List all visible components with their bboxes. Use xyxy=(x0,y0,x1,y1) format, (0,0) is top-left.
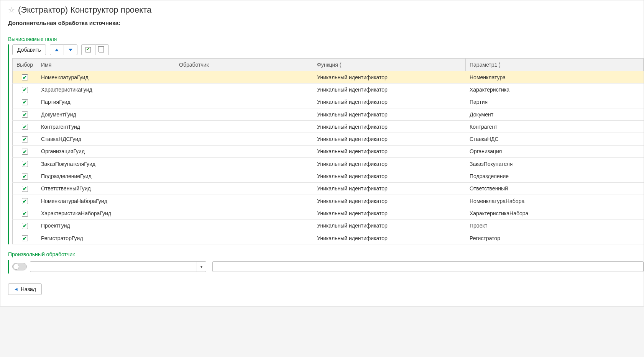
cell-handler[interactable] xyxy=(175,158,313,170)
check-all-button[interactable] xyxy=(81,44,95,55)
cell-name[interactable]: НоменклатураГуид xyxy=(37,71,175,84)
cell-select[interactable] xyxy=(13,219,37,232)
row-checkbox[interactable] xyxy=(22,235,28,241)
table-row[interactable]: СтавкаНДСГуидУникальный идентификаторСта… xyxy=(13,133,644,145)
row-checkbox[interactable] xyxy=(22,149,28,155)
cell-func[interactable]: Уникальный идентификатор xyxy=(313,232,466,244)
cell-param1[interactable]: ХарактеристикаНабора xyxy=(466,207,644,219)
cell-handler[interactable] xyxy=(175,71,313,84)
row-checkbox[interactable] xyxy=(22,74,28,80)
table-row[interactable]: РегистраторГуидУникальный идентификаторР… xyxy=(13,232,644,244)
table-row[interactable]: ПодразделениеГуидУникальный идентификато… xyxy=(13,170,644,182)
cell-func[interactable]: Уникальный идентификатор xyxy=(313,96,466,108)
col-select-header[interactable]: Выбор xyxy=(13,59,37,71)
handler-dropdown-input[interactable] xyxy=(30,262,197,272)
cell-func[interactable]: Уникальный идентификатор xyxy=(313,145,466,157)
col-name-header[interactable]: Имя xyxy=(37,59,175,71)
cell-param1[interactable]: Организация xyxy=(466,145,644,157)
cell-param1[interactable]: НоменклатураНабора xyxy=(466,195,644,207)
cell-param1[interactable]: ЗаказПокупателя xyxy=(466,158,644,170)
cell-func[interactable]: Уникальный идентификатор xyxy=(313,207,466,219)
col-func-header[interactable]: Функция ( xyxy=(313,59,466,71)
cell-name[interactable]: НоменклатураНабораГуид xyxy=(37,195,175,207)
handler-dropdown[interactable]: ▾ xyxy=(30,261,206,272)
cell-name[interactable]: ОрганизацияГуид xyxy=(37,145,175,157)
add-button[interactable]: Добавить xyxy=(12,44,46,55)
cell-select[interactable] xyxy=(13,170,37,182)
cell-name[interactable]: ОтветственныйГуид xyxy=(37,182,175,195)
row-checkbox[interactable] xyxy=(22,161,28,167)
row-checkbox[interactable] xyxy=(22,99,28,105)
col-handler-header[interactable]: Обработчик xyxy=(175,59,313,71)
cell-param1[interactable]: Партия xyxy=(466,96,644,108)
cell-handler[interactable] xyxy=(175,84,313,96)
table-row[interactable]: ПартияГуидУникальный идентификаторПартия xyxy=(13,96,644,108)
uncheck-all-button[interactable] xyxy=(95,44,109,55)
table-row[interactable]: ДокументГуидУникальный идентификаторДоку… xyxy=(13,108,644,120)
col-param1-header[interactable]: Параметр1 ) xyxy=(466,59,644,71)
cell-handler[interactable] xyxy=(175,133,313,145)
cell-name[interactable]: СтавкаНДСГуид xyxy=(37,133,175,145)
cell-handler[interactable] xyxy=(175,195,313,207)
favorite-star-icon[interactable]: ☆ xyxy=(8,6,15,14)
cell-param1[interactable]: Ответственный xyxy=(466,182,644,195)
table-row[interactable]: ПроектГуидУникальный идентификаторПроект xyxy=(13,219,644,232)
cell-select[interactable] xyxy=(13,195,37,207)
cell-func[interactable]: Уникальный идентификатор xyxy=(313,121,466,133)
row-checkbox[interactable] xyxy=(22,87,28,93)
cell-param1[interactable]: Характеристика xyxy=(466,84,644,96)
cell-handler[interactable] xyxy=(175,108,313,120)
cell-func[interactable]: Уникальный идентификатор xyxy=(313,219,466,232)
chevron-down-icon[interactable]: ▾ xyxy=(197,262,206,272)
cell-select[interactable] xyxy=(13,182,37,195)
cell-handler[interactable] xyxy=(175,219,313,232)
cell-func[interactable]: Уникальный идентификатор xyxy=(313,84,466,96)
table-row[interactable]: КонтрагентГуидУникальный идентификаторКо… xyxy=(13,121,644,133)
cell-select[interactable] xyxy=(13,232,37,244)
back-button[interactable]: ◄ Назад xyxy=(8,283,42,295)
cell-name[interactable]: ПодразделениеГуид xyxy=(37,170,175,182)
table-row[interactable]: ХарактеристикаНабораГуидУникальный идент… xyxy=(13,207,644,219)
table-row[interactable]: ОрганизацияГуидУникальный идентификаторО… xyxy=(13,145,644,157)
row-checkbox[interactable] xyxy=(22,198,28,204)
table-row[interactable]: ЗаказПокупателяГуидУникальный идентифика… xyxy=(13,158,644,170)
cell-param1[interactable]: Проект xyxy=(466,219,644,232)
cell-handler[interactable] xyxy=(175,170,313,182)
handler-toggle[interactable] xyxy=(12,263,27,270)
cell-handler[interactable] xyxy=(175,145,313,157)
cell-func[interactable]: Уникальный идентификатор xyxy=(313,108,466,120)
cell-handler[interactable] xyxy=(175,121,313,133)
cell-name[interactable]: ПроектГуид xyxy=(37,219,175,232)
cell-name[interactable]: ДокументГуид xyxy=(37,108,175,120)
cell-name[interactable]: ХарактеристикаГуид xyxy=(37,84,175,96)
cell-handler[interactable] xyxy=(175,207,313,219)
cell-func[interactable]: Уникальный идентификатор xyxy=(313,182,466,195)
row-checkbox[interactable] xyxy=(22,111,28,118)
cell-name[interactable]: ЗаказПокупателяГуид xyxy=(37,158,175,170)
table-row[interactable]: ХарактеристикаГуидУникальный идентификат… xyxy=(13,84,644,96)
cell-handler[interactable] xyxy=(175,96,313,108)
cell-handler[interactable] xyxy=(175,232,313,244)
cell-func[interactable]: Уникальный идентификатор xyxy=(313,195,466,207)
row-checkbox[interactable] xyxy=(22,223,28,229)
row-checkbox[interactable] xyxy=(22,124,28,130)
cell-select[interactable] xyxy=(13,96,37,108)
fields-table[interactable]: Выбор Имя Обработчик Функция ( Параметр1… xyxy=(12,58,644,244)
cell-select[interactable] xyxy=(13,84,37,96)
cell-name[interactable]: ПартияГуид xyxy=(37,96,175,108)
cell-select[interactable] xyxy=(13,145,37,157)
cell-param1[interactable]: Регистратор xyxy=(466,232,644,244)
cell-handler[interactable] xyxy=(175,182,313,195)
row-checkbox[interactable] xyxy=(22,174,28,180)
move-up-button[interactable] xyxy=(50,44,64,55)
cell-select[interactable] xyxy=(13,71,37,84)
row-checkbox[interactable] xyxy=(22,186,28,192)
table-row[interactable]: НоменклатураГуидУникальный идентификатор… xyxy=(13,71,644,84)
handler-text-input[interactable] xyxy=(212,261,644,272)
cell-name[interactable]: РегистраторГуид xyxy=(37,232,175,244)
table-row[interactable]: ОтветственныйГуидУникальный идентификато… xyxy=(13,182,644,195)
cell-func[interactable]: Уникальный идентификатор xyxy=(313,158,466,170)
cell-param1[interactable]: Подразделение xyxy=(466,170,644,182)
table-row[interactable]: НоменклатураНабораГуидУникальный идентиф… xyxy=(13,195,644,207)
cell-func[interactable]: Уникальный идентификатор xyxy=(313,170,466,182)
